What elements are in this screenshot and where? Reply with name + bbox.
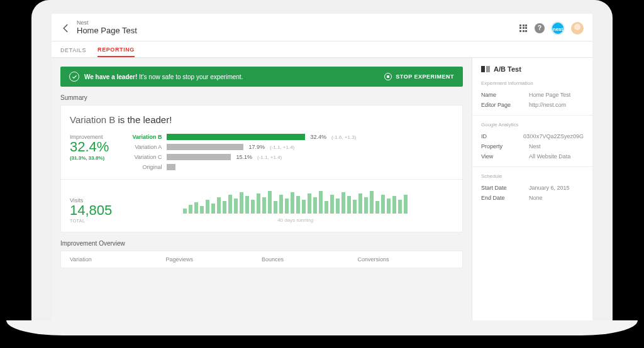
improvement-block: Improvement 32.4% (31.3%, 33.8%) [70,134,109,170]
overview-label: Improvement Overview [60,240,463,247]
spark-bar [206,200,209,214]
bar-name: Variation B [124,134,162,140]
side-key: Property [481,143,529,150]
spark-bar [319,191,323,214]
bar-ci: (-1.1, +1.4) [257,155,282,160]
summary-card: Variation B is the leader! Improvement 3… [60,105,463,232]
bar-pct: 15.1% [236,154,252,160]
bar-name: Variation A [124,144,162,150]
check-circle-icon [69,72,79,82]
app-header: Nest Home Page Test ? nest [52,14,592,41]
tab-details[interactable]: DETAILS [60,47,86,57]
side-value: Home Page Test [529,92,570,98]
overview-column: Pageviews [166,256,262,263]
side-value: http://nest.com [529,102,566,108]
spark-bar [330,195,334,214]
side-value: All Website Data [529,153,570,160]
spark-bar [262,197,266,214]
bar-row: Variation C15.1% (-1.1, +1.4) [124,154,453,160]
side-row: End DateNone [481,193,584,203]
spark-bar [223,201,226,214]
summary-label: Summary [60,94,463,101]
side-key: Editor Page [481,102,529,108]
spark-bar [375,201,379,214]
leader-banner: We have a leader! It's now safe to stop … [60,67,463,87]
bar-row: Variation A17.9% (-1.1, +1.4) [124,144,453,150]
tab-bar: DETAILS REPORTING [52,41,592,58]
spark-bar [387,198,391,214]
spark-bar [341,192,345,214]
side-key: ID [481,133,523,139]
bar-track [167,154,231,160]
side-key: View [481,153,529,160]
apps-icon[interactable] [518,23,528,33]
spark-bar [200,206,204,214]
improvement-ci: (31.3%, 33.8%) [70,155,109,161]
bar-track [167,164,175,170]
spark-bar [240,192,243,214]
back-arrow-icon[interactable] [60,23,72,34]
help-icon[interactable]: ? [535,23,545,33]
side-panel: A/B Test Experiment InformationNameHome … [472,58,592,320]
page-title: Home Page Test [77,26,137,35]
bar-ci: (-1.6, +1.3) [331,134,356,140]
side-group-label: Schedule [481,173,584,179]
spark-bar [398,200,402,214]
spark-bar [296,196,300,214]
spark-bar [228,195,232,214]
spark-bar [308,193,311,214]
visits-value: 14,805 [70,204,112,217]
spark-bar [291,192,294,214]
spark-bar [245,196,249,214]
nest-badge-icon[interactable]: nest [551,21,565,35]
bar-pct: 32.4% [310,134,326,140]
stop-experiment-button[interactable]: STOP EXPERIMENT [384,73,454,80]
side-group-label: Experiment Information [481,80,584,86]
leader-title: Variation B is the leader! [70,114,453,125]
improvement-value: 32.4% [70,140,109,154]
side-row: Start DateJanuary 6, 2015 [481,183,584,193]
spark-bar [274,201,277,214]
stop-icon [384,73,392,80]
spark-bar [183,209,187,214]
spark-bar [268,191,272,214]
bar-row: Original [124,164,453,170]
overview-card: VariationPageviewsBouncesConversions [60,251,463,268]
bar-name: Variation C [124,154,162,160]
spark-bar [279,195,283,214]
spark-bar [313,197,317,214]
bar-track [167,134,305,140]
spark-bar [358,193,362,214]
avatar[interactable] [571,22,584,35]
side-row: NameHome Page Test [481,90,584,100]
overview-column: Bounces [262,256,358,263]
spark-bar [251,200,255,214]
side-row: PropertyNest [481,141,584,151]
ab-test-icon [481,66,490,72]
spark-bar [347,196,351,214]
stop-label: STOP EXPERIMENT [396,73,454,80]
side-value: Nest [529,143,541,150]
visits-sparkline: 40 days running [137,188,453,223]
spark-bar [370,191,374,214]
title-block: Nest Home Page Test [77,20,137,35]
spark-caption: 40 days running [277,217,313,223]
side-group-label: Google Analytics [481,122,584,128]
side-title: A/B Test [481,65,584,73]
spark-bar [353,200,357,214]
spark-bar [217,197,221,214]
side-key: Name [481,92,529,98]
spark-bar [325,201,328,214]
overview-column: Conversions [358,256,454,263]
spark-bar [381,195,385,214]
spark-bar [194,202,198,214]
side-value: January 6, 2015 [529,185,570,191]
bar-track [167,144,243,150]
side-row: ID03IXIx7VQa2ZSyez09G [481,131,584,141]
overview-columns: VariationPageviewsBouncesConversions [61,251,462,268]
spark-bar [364,197,368,214]
tab-reporting[interactable]: REPORTING [97,46,135,57]
spark-bar [392,196,396,214]
spark-bar [404,195,408,214]
bar-pct: 17.9% [248,144,265,150]
